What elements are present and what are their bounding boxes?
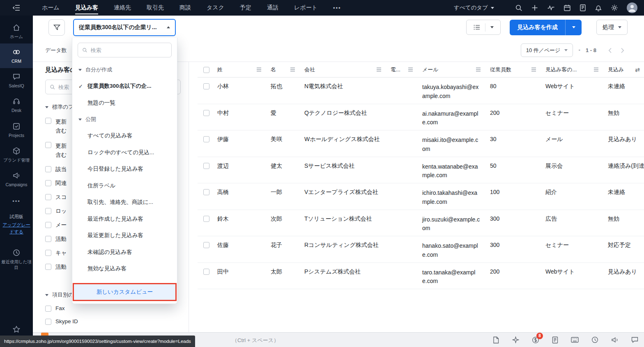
filter-checkbox-item-fax[interactable]: Fax <box>45 305 181 312</box>
create-lead-dropdown-button[interactable] <box>565 20 582 35</box>
quick-add-icon[interactable] <box>531 4 538 11</box>
user-avatar[interactable] <box>627 2 637 13</box>
all-tabs-dropdown[interactable]: すべてのタブ <box>454 4 494 11</box>
chat-icon[interactable] <box>631 337 638 343</box>
sidebar-item-campaigns[interactable]: Campaigns <box>0 167 33 192</box>
checkbox[interactable] <box>45 180 51 186</box>
checkbox[interactable] <box>45 142 51 148</box>
row-checkbox[interactable] <box>203 163 209 169</box>
column-menu-icon[interactable] <box>408 67 413 72</box>
column-menu-icon[interactable] <box>476 67 481 72</box>
notifications-bell-icon[interactable] <box>595 4 602 11</box>
checkbox[interactable] <box>45 250 51 256</box>
row-checkbox[interactable] <box>203 110 209 116</box>
column-menu-icon[interactable] <box>376 67 382 72</box>
row-checkbox[interactable] <box>203 136 209 142</box>
checkbox[interactable] <box>45 319 51 325</box>
filter-funnel-button[interactable] <box>48 19 65 36</box>
column-settings-icon[interactable]: ⇄ <box>635 66 644 73</box>
checkbox[interactable] <box>45 166 51 172</box>
new-custom-view-button[interactable]: 新しいカスタムビュー <box>73 283 177 301</box>
column-menu-icon[interactable] <box>531 67 536 72</box>
view-option[interactable]: 無効な見込み客 <box>72 260 177 277</box>
view-option[interactable]: 未確認の見込み客 <box>72 244 177 261</box>
calendar-icon[interactable] <box>564 4 571 11</box>
sidebar-item-projects[interactable]: Projects <box>0 118 33 142</box>
view-option[interactable]: 住所ラベル <box>72 178 177 194</box>
notes-icon[interactable] <box>552 336 558 344</box>
table-row[interactable]: 中村 愛 Qテクノロジー株式会社 ai.nakamura@example.com… <box>198 104 644 131</box>
sidebar-item-salesiq[interactable]: SalesIQ <box>0 68 33 93</box>
row-checkbox[interactable] <box>203 242 209 248</box>
view-option[interactable]: 無題の一覧 <box>72 95 177 112</box>
checkbox[interactable] <box>45 264 51 270</box>
table-row[interactable]: 小林 拓也 N電気株式会社 takuya.kobayashi@example.c… <box>198 78 644 104</box>
view-option[interactable]: ロック中のすべての見込... <box>72 144 177 161</box>
zia-icon[interactable] <box>512 336 519 343</box>
history-clock-icon[interactable] <box>591 336 598 343</box>
nav-tab-events[interactable]: 予定 <box>240 0 251 16</box>
list-layout-dropdown[interactable] <box>466 20 501 35</box>
nav-tab-tasks[interactable]: タスク <box>207 0 224 16</box>
view-search-input[interactable] <box>91 47 167 53</box>
row-checkbox[interactable] <box>203 216 209 222</box>
next-page-icon[interactable] <box>619 48 626 53</box>
sidebar-item-brand[interactable]: ブランド管理 <box>0 142 33 167</box>
export-icon[interactable] <box>492 336 499 344</box>
row-checkbox[interactable] <box>203 189 209 195</box>
table-row[interactable]: 渡辺 健太 Sサービス株式会社 kenta.watanabe@example.c… <box>198 157 644 184</box>
nav-tab-leads[interactable]: 見込み客 <box>75 0 98 16</box>
view-option[interactable]: 最近更新した見込み客 <box>72 227 177 244</box>
column-menu-icon[interactable] <box>290 67 295 72</box>
shortcuts-icon[interactable] <box>571 337 579 343</box>
row-checkbox[interactable] <box>203 269 209 275</box>
nav-more-tabs-icon[interactable]: ••• <box>333 0 341 16</box>
checkbox[interactable] <box>45 118 51 124</box>
select-all-checkbox[interactable] <box>203 67 209 73</box>
table-row[interactable]: 伊藤 美咲 Wホールディングス株式会社 misaki.ito@example.c… <box>198 130 644 157</box>
upgrade-link[interactable]: アップグレードする <box>1 221 32 235</box>
app-drawer-icon[interactable] <box>0 5 33 11</box>
billing-icon[interactable]: 8 <box>532 336 539 344</box>
checkbox[interactable] <box>45 306 51 312</box>
column-menu-icon[interactable] <box>256 67 262 72</box>
per-page-dropdown[interactable]: 10 件／ページ <box>521 43 573 57</box>
filter-checkbox-item-skype[interactable]: Skype ID <box>45 318 181 325</box>
checkbox[interactable] <box>45 208 51 214</box>
search-icon[interactable] <box>515 4 522 11</box>
settings-gear-icon[interactable] <box>611 4 618 11</box>
view-option-selected[interactable]: ✓ 従業員数300名以下の企... <box>72 78 177 95</box>
view-option[interactable]: すべての見込み客 <box>72 128 177 144</box>
row-checkbox[interactable] <box>203 83 209 89</box>
view-selector-dropdown[interactable]: 従業員数300名以下の企業リ... <box>73 19 176 36</box>
create-lead-button[interactable]: 見込み客を作成 <box>510 20 565 35</box>
table-row[interactable]: 高橋 一郎 Vエンタープライズ株式会社 ichiro.takahashi@exa… <box>198 183 644 210</box>
sidebar-item-desk[interactable]: Desk <box>0 93 33 117</box>
marketplace-icon[interactable] <box>580 4 586 11</box>
view-option[interactable]: 最近作成した見込み客 <box>72 211 177 228</box>
nav-tab-home[interactable]: ホーム <box>42 0 60 16</box>
public-section[interactable]: 公開 <box>72 111 177 128</box>
created-by-me-section[interactable]: 自分が作成 <box>72 62 177 78</box>
nav-tab-contacts[interactable]: 連絡先 <box>114 0 131 16</box>
checkbox[interactable] <box>45 236 51 242</box>
sidebar-item-crm[interactable]: CRM <box>0 43 33 68</box>
view-search-box[interactable] <box>78 43 172 57</box>
view-option[interactable]: 今日登録した見込み客 <box>72 161 177 178</box>
actions-dropdown-button[interactable]: 処理 <box>596 20 628 35</box>
nav-tab-accounts[interactable]: 取引先 <box>147 0 164 16</box>
sidebar-item-home[interactable]: ホーム <box>0 19 33 43</box>
table-row[interactable]: 鈴木 次郎 Tソリューション株式会社 jiro.suzuki@example.c… <box>198 210 644 237</box>
sidebar-more-icon[interactable]: ••• <box>12 192 21 208</box>
column-menu-icon[interactable] <box>593 67 599 72</box>
nav-tab-calls[interactable]: 通話 <box>267 0 278 16</box>
table-row[interactable]: 佐藤 花子 Rコンサルティング株式会社 hanako.sato@example.… <box>198 236 644 263</box>
view-option[interactable]: 取引先、連絡先、商談に... <box>72 194 177 211</box>
previous-page-icon[interactable] <box>607 48 614 53</box>
checkbox[interactable] <box>45 194 51 200</box>
activity-pulse-icon[interactable] <box>547 4 555 11</box>
sidebar-item-recent[interactable]: 最近使用した項目 <box>0 244 33 274</box>
checkbox[interactable] <box>45 222 51 228</box>
announcement-icon[interactable] <box>611 336 619 343</box>
nav-tab-reports[interactable]: レポート <box>294 0 317 16</box>
